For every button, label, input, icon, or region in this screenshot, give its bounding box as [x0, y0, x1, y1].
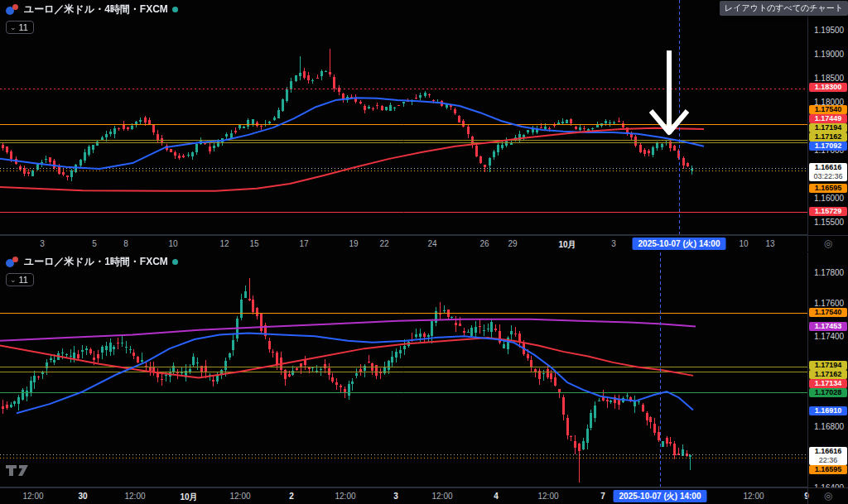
current-price-value: 1.16616 [809, 447, 847, 456]
candlestick-chart-1h[interactable] [0, 252, 807, 487]
bar-countdown: 03:22:36 [809, 172, 847, 180]
price-level-badge: 1.15729 [809, 207, 847, 216]
current-price-value: 1.16616 [809, 163, 847, 172]
time-tick: 12:00 [229, 492, 250, 501]
chart-panel-1h: ユーロ／米ドル・1時間・FXCM ⌄ 11 1.16616 22:36 1.17… [0, 252, 848, 504]
time-tick: 24 [427, 239, 436, 248]
tradingview-logo[interactable] [5, 463, 30, 481]
current-price-badge-4h: 1.16616 03:22:36 [809, 163, 847, 181]
price-level-badge: 1.17194 [809, 361, 847, 370]
time-tick: 3 [393, 492, 398, 501]
price-level-badge: 1.17194 [809, 123, 847, 132]
time-tick: 7 [600, 492, 605, 501]
chart-title-1h[interactable]: ユーロ／米ドル・1時間・FXCM [24, 255, 168, 269]
price-tick: 1.16800 [814, 422, 844, 431]
time-tick: 12:00 [431, 492, 452, 501]
chart-legend-4h: ユーロ／米ドル・4時間・FXCM ⌄ 11 [6, 2, 178, 34]
time-tick: 10 [739, 239, 748, 248]
price-tick: 1.19000 [814, 50, 844, 59]
chevron-down-icon: ⌄ [10, 276, 17, 284]
price-level-badge: 1.17449 [809, 114, 847, 123]
time-tick: 26 [479, 239, 489, 248]
time-tick: 12:00 [743, 492, 764, 501]
time-tick: 12:00 [124, 492, 145, 501]
price-level-badge: 1.17453 [809, 322, 847, 331]
price-level-badge: 1.17028 [809, 388, 847, 397]
price-level-badge: 1.16595 [809, 465, 847, 474]
time-tick: 19 [349, 239, 358, 248]
price-axis-4h[interactable]: 1.16616 03:22:36 1.195001.190001.185001.… [807, 0, 848, 235]
price-level-badge: 1.16910 [809, 406, 847, 415]
crosshair-date-badge-1h: 2025-10-07 (火) 14:00 [614, 490, 707, 502]
price-level-badge: 1.16595 [809, 184, 847, 193]
bar-countdown: 22:36 [809, 456, 847, 464]
time-tick: 12:00 [537, 492, 558, 501]
time-tick: 3 [40, 239, 45, 248]
time-tick: 22 [379, 239, 388, 248]
price-level-badge: 1.17540 [809, 308, 847, 317]
time-tick: 8 [123, 239, 128, 248]
layout-all-charts-tooltip: レイアウトのすべてのチャート [720, 1, 848, 16]
chart-legend-1h: ユーロ／米ドル・1時間・FXCM ⌄ 11 [6, 255, 178, 286]
time-tick: 3 [611, 239, 616, 248]
market-open-dot-icon [172, 259, 178, 265]
chevron-down-icon: ⌄ [10, 23, 17, 31]
price-tick: 1.18500 [814, 74, 844, 83]
price-tick: 1.16000 [814, 194, 844, 203]
candle-count-button-4h[interactable]: ⌄ 11 [6, 21, 34, 34]
price-tick: 1.17600 [814, 299, 844, 308]
price-tick: 1.15500 [814, 218, 844, 227]
time-tick: 12:00 [22, 492, 43, 501]
time-tick: 30 [78, 492, 87, 501]
chart-title-4h[interactable]: ユーロ／米ドル・4時間・FXCM [24, 2, 168, 17]
symbol-pair-icon [6, 257, 20, 267]
candle-count-label: 11 [19, 275, 28, 285]
time-tick: 4 [494, 492, 499, 501]
time-tick: 17 [299, 239, 308, 248]
chart-panel-4h: ユーロ／米ドル・4時間・FXCM ⌄ 11 1.16616 03:22:36 1… [0, 0, 848, 252]
crosshair-date-badge-4h: 2025-10-07 (火) 14:00 [633, 238, 726, 250]
timezone-clock-icon[interactable]: ◎ [824, 491, 832, 501]
candlestick-chart-4h[interactable] [0, 0, 807, 235]
timezone-clock-icon[interactable]: ◎ [824, 238, 832, 248]
price-level-badge: 1.17162 [809, 132, 847, 142]
time-tick: 12 [219, 239, 229, 248]
time-tick: 5 [92, 239, 97, 248]
axis-corner-1h: ◎ [807, 487, 848, 504]
price-level-badge: 1.17134 [809, 379, 847, 388]
time-tick: 29 [508, 239, 517, 248]
time-tick: 2 [289, 492, 294, 501]
time-axis-1h[interactable]: 2025-10-07 (火) 14:00 12:003012:0010月12:0… [0, 487, 848, 504]
price-tick: 1.17400 [814, 332, 844, 341]
price-level-badge: 1.18300 [809, 83, 847, 92]
time-tick: 10月 [558, 239, 576, 251]
current-price-badge-1h: 1.16616 22:36 [809, 447, 847, 465]
time-axis-4h[interactable]: 2025-10-07 (火) 14:00 3581012151719222426… [0, 235, 848, 252]
time-tick: 13 [765, 239, 774, 248]
symbol-pair-icon [6, 4, 20, 15]
time-tick: 10月 [180, 492, 197, 503]
price-axis-1h[interactable]: 1.16616 22:36 1.178001.176001.174001.168… [807, 252, 848, 487]
market-open-dot-icon [172, 7, 178, 12]
time-tick: 15 [249, 239, 258, 248]
time-tick: 10 [168, 239, 177, 248]
price-tick: 1.17800 [814, 268, 844, 277]
time-tick: 12:00 [335, 492, 355, 501]
tradingview-logo-icon [5, 463, 30, 478]
tradingview-workspace: レイアウトのすべてのチャート ユーロ／米ドル・4時間・FXCM ⌄ 11 1.1… [0, 0, 848, 504]
candle-count-label: 11 [19, 22, 28, 32]
candle-count-button-1h[interactable]: ⌄ 11 [6, 273, 34, 286]
price-level-badge: 1.17092 [809, 142, 847, 151]
price-tick: 1.19500 [814, 26, 844, 35]
price-level-badge: 1.17540 [809, 105, 847, 114]
price-level-badge: 1.17162 [809, 370, 847, 379]
axis-corner-4h: ◎ [807, 235, 848, 252]
